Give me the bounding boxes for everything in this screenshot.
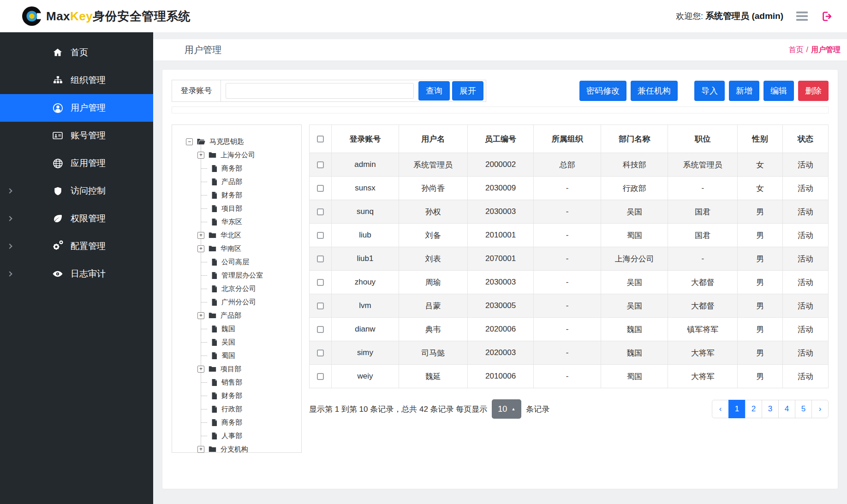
table-cell: 科技部: [601, 153, 668, 177]
breadcrumb: 首页 / 用户管理: [789, 45, 841, 55]
sidebar-item-accounts[interactable]: 账号管理: [0, 122, 153, 149]
table-row[interactable]: weiy魏延2010006-蜀国大将军男活动: [310, 365, 829, 388]
table-cell: 活动: [783, 153, 829, 177]
tree-expander-plus[interactable]: +: [197, 312, 204, 319]
edit-button[interactable]: 编辑: [763, 81, 794, 101]
prev-page-button[interactable]: ‹: [712, 400, 729, 418]
table-cell: -: [534, 224, 601, 247]
row-checkbox[interactable]: [317, 373, 324, 380]
table-row[interactable]: liub1刘表2070001-上海分公司-男活动: [310, 247, 829, 271]
page-button-4[interactable]: 4: [778, 400, 795, 418]
table-cell: 2030009: [468, 177, 534, 200]
tree-node[interactable]: +华南区: [175, 242, 298, 255]
next-page-button[interactable]: ›: [811, 400, 829, 418]
expand-search-button[interactable]: 展开: [452, 81, 483, 101]
sidebar-item-permissions[interactable]: 权限管理: [0, 205, 153, 232]
tree-node[interactable]: +华北区: [175, 229, 298, 242]
import-button[interactable]: 导入: [694, 81, 725, 101]
row-checkbox[interactable]: [317, 350, 324, 356]
page-size-dropdown[interactable]: 10 ▲: [492, 399, 521, 419]
table-row[interactable]: simy司马懿2020003-魏国大将军男活动: [310, 341, 829, 365]
change-password-button[interactable]: 密码修改: [579, 81, 626, 101]
tree-expander-plus[interactable]: +: [197, 152, 204, 159]
tree-node[interactable]: 魏国: [175, 322, 298, 336]
table-row[interactable]: zhouy周瑜2030003-吴国大都督男活动: [310, 271, 829, 294]
sidebar-item-applications[interactable]: 应用管理: [0, 149, 153, 177]
table-cell: zhouy: [332, 271, 399, 294]
table-cell: 男: [738, 341, 783, 365]
tree-node[interactable]: 人事部: [175, 429, 298, 443]
tree-node[interactable]: +产品部: [175, 309, 298, 322]
sidebar-item-home[interactable]: 首页: [0, 39, 153, 66]
tree-expander-plus[interactable]: +: [197, 446, 204, 453]
tree-node[interactable]: +项目部: [175, 362, 298, 376]
table-cell: 行政部: [601, 177, 668, 200]
table-cell: sunq: [332, 200, 399, 224]
table-cell: 典韦: [399, 318, 468, 341]
search-field-label: 登录账号: [172, 80, 221, 101]
sidebar-item-access-control[interactable]: 访问控制: [0, 177, 153, 205]
table-row[interactable]: admin系统管理员2000002总部科技部系统管理员女活动: [310, 153, 829, 177]
tree-node[interactable]: 公司高层: [175, 255, 298, 269]
tree-node[interactable]: 销售部: [175, 376, 298, 389]
tree-node[interactable]: +上海分公司: [175, 148, 298, 162]
table-row[interactable]: sunsx孙尚香2030009-行政部-女活动: [310, 177, 829, 200]
tree-node[interactable]: 商务部: [175, 162, 298, 175]
table-cell: 大都督: [668, 294, 738, 318]
tree-node[interactable]: 商务部: [175, 416, 298, 429]
menu-toggle-icon[interactable]: [796, 10, 808, 23]
tree-node-label: 魏国: [221, 325, 235, 333]
column-header: 所属组织: [534, 125, 601, 153]
sign-out-icon[interactable]: [821, 11, 833, 22]
tree-node[interactable]: 财务部: [175, 189, 298, 202]
table-row[interactable]: liub刘备2010001-蜀国国君男活动: [310, 224, 829, 247]
row-checkbox[interactable]: [317, 302, 324, 309]
tree-expander-minus[interactable]: −: [186, 138, 193, 145]
row-checkbox[interactable]: [317, 232, 324, 239]
row-checkbox[interactable]: [317, 161, 324, 168]
tree-node[interactable]: 项目部: [175, 202, 298, 215]
row-checkbox[interactable]: [317, 326, 324, 333]
concurrent-org-button[interactable]: 兼任机构: [631, 81, 678, 101]
table-row[interactable]: lvm吕蒙2030005-吴国大都督男活动: [310, 294, 829, 318]
page-button-1[interactable]: 1: [728, 400, 746, 418]
login-account-input[interactable]: [226, 83, 414, 99]
column-header: 员工编号: [468, 125, 534, 153]
tree-node[interactable]: 财务部: [175, 389, 298, 403]
sidebar-item-organization[interactable]: 组织管理: [0, 66, 153, 94]
add-button[interactable]: 新增: [729, 81, 759, 101]
page-button-3[interactable]: 3: [762, 400, 779, 418]
table-cell: 国君: [668, 200, 738, 224]
table-row[interactable]: dianw典韦2020006-魏国镇军将军男活动: [310, 318, 829, 341]
tree-node[interactable]: 蜀国: [175, 349, 298, 362]
row-checkbox[interactable]: [317, 279, 324, 286]
sidebar-item-configuration[interactable]: 配置管理: [0, 232, 153, 260]
tree-node[interactable]: 吴国: [175, 336, 298, 349]
sidebar-item-users[interactable]: 用户管理: [0, 94, 153, 122]
select-all-checkbox[interactable]: [317, 136, 324, 142]
sidebar-item-label: 首页: [71, 47, 88, 59]
tree-expander-plus[interactable]: +: [197, 366, 204, 373]
tree-node[interactable]: 产品部: [175, 175, 298, 189]
tree-expander-plus[interactable]: +: [197, 245, 204, 252]
row-checkbox[interactable]: [317, 255, 324, 262]
tree-node[interactable]: 行政部: [175, 403, 298, 416]
tree-node[interactable]: 广州分公司: [175, 296, 298, 309]
tree-node[interactable]: −马克思钥匙: [175, 135, 298, 148]
table-row[interactable]: sunq孙权2030003-吴国国君男活动: [310, 200, 829, 224]
sidebar-item-audit-log[interactable]: 日志审计: [0, 260, 153, 288]
tree-node[interactable]: 管理层办公室: [175, 269, 298, 282]
tree-expander-plus[interactable]: +: [197, 232, 204, 239]
tree-node[interactable]: +分支机构: [175, 443, 298, 456]
page-button-2[interactable]: 2: [745, 400, 762, 418]
row-checkbox[interactable]: [317, 185, 324, 192]
page-button-5[interactable]: 5: [795, 400, 812, 418]
row-checkbox[interactable]: [317, 208, 324, 215]
tree-node[interactable]: 华东区: [175, 215, 298, 229]
table-cell: 大将军: [668, 341, 738, 365]
query-button[interactable]: 查询: [418, 81, 450, 101]
delete-button[interactable]: 删除: [798, 81, 829, 101]
breadcrumb-home-link[interactable]: 首页: [789, 45, 804, 55]
tree-node[interactable]: 北京分公司: [175, 282, 298, 296]
table-cell: 司马懿: [399, 341, 468, 365]
